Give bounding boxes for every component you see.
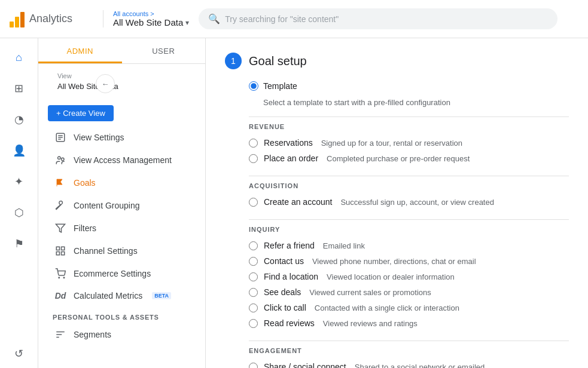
account-breadcrumb: All accounts > xyxy=(113,10,189,17)
reservations-radio[interactable] xyxy=(249,139,258,148)
goal-name: Contact us xyxy=(264,256,304,266)
svg-point-5 xyxy=(62,158,65,161)
svg-point-4 xyxy=(58,157,61,160)
search-bar[interactable]: 🔍 Try searching for "site content" xyxy=(199,8,557,29)
svg-rect-7 xyxy=(56,247,59,250)
goal-name: Refer a friend xyxy=(264,241,315,250)
tab-user[interactable]: USER xyxy=(122,38,206,63)
goal-option-see-deals: See deals Viewed current sales or promot… xyxy=(249,284,569,300)
nav-clock[interactable]: ◔ xyxy=(5,105,33,134)
goal-option-find-location: Find a location Viewed location or deale… xyxy=(249,269,569,284)
goal-name: Read reviews xyxy=(264,318,315,328)
goal-option-place-order: Place an order Completed purchase or pre… xyxy=(249,151,569,166)
template-radio[interactable] xyxy=(249,81,258,91)
sidebar-item-label: Channel Settings xyxy=(74,246,138,256)
search-placeholder: Try searching for "site content" xyxy=(225,14,339,24)
sidebar-item-goals[interactable]: Goals xyxy=(38,171,205,194)
goal-desc: Signed up for a tour, rental or reservat… xyxy=(321,139,462,148)
sidebar-item-label: View Settings xyxy=(74,133,124,142)
find-location-radio[interactable] xyxy=(249,272,258,281)
beta-badge: BETA xyxy=(152,292,171,299)
category-header-inquiry: INQUIRY xyxy=(249,219,569,233)
goal-desc: Shared to a social network or emailed xyxy=(355,363,485,369)
back-button[interactable]: ← xyxy=(96,74,115,93)
sidebar-item-label: Content Grouping xyxy=(74,201,140,210)
category-engagement: ENGAGEMENT Share / social connect Shared… xyxy=(249,341,569,368)
goal-option-share-social: Share / social connect Shared to a socia… xyxy=(249,359,569,368)
filter-icon xyxy=(54,223,66,234)
create-account-radio[interactable] xyxy=(249,198,258,207)
click-to-call-radio[interactable] xyxy=(249,303,258,312)
logo-area: Analytics xyxy=(10,11,93,27)
sidebar-item-view-access[interactable]: View Access Management xyxy=(38,149,205,171)
goal-name: Place an order xyxy=(264,154,318,163)
account-selector[interactable]: All accounts > All Web Site Data ▾ xyxy=(103,10,189,27)
step-circle: 1 xyxy=(225,53,242,69)
sidebar-item-ecommerce[interactable]: Ecommerce Settings xyxy=(38,262,205,285)
logo-icon xyxy=(10,11,25,27)
nav-behavior[interactable]: ⬡ xyxy=(5,198,33,227)
sidebar-item-label: Filters xyxy=(74,223,96,233)
goal-option-read-reviews: Read reviews Viewed reviews and ratings xyxy=(249,315,569,331)
nav-undo[interactable]: ↺ xyxy=(5,339,33,368)
nav-dashboard[interactable]: ⊞ xyxy=(5,74,33,103)
nav-acquisition[interactable]: ✦ xyxy=(5,167,33,196)
goal-option-create-account: Create an account Successful sign up, ac… xyxy=(249,194,569,210)
account-name-row[interactable]: All Web Site Data ▾ xyxy=(113,17,189,27)
nav-audience[interactable]: 👤 xyxy=(5,136,33,165)
sidebar-item-label: Goals xyxy=(74,178,96,188)
sidebar-item-label: Segments xyxy=(74,330,111,339)
template-label: Template xyxy=(263,81,297,91)
flag-icon xyxy=(54,177,66,188)
sidebar-item-content-grouping[interactable]: Content Grouping xyxy=(38,194,205,217)
template-row: Template xyxy=(249,81,569,91)
icon-nav: ⌂ ⊞ ◔ 👤 ✦ ⬡ ⚑ ↺ xyxy=(0,38,38,368)
sidebar-item-channel-settings[interactable]: Channel Settings xyxy=(38,240,205,262)
tab-admin[interactable]: ADMIN xyxy=(38,38,122,63)
tool-icon xyxy=(54,200,66,211)
category-revenue: REVENUE Reservations Signed up for a tou… xyxy=(249,116,569,166)
create-view-area: View All Web Site Data xyxy=(38,64,205,100)
goal-name: Find a location xyxy=(264,272,318,281)
goal-option-refer-friend: Refer a friend Emailed link xyxy=(249,238,569,253)
sidebar-item-filters[interactable]: Filters xyxy=(38,217,205,240)
goal-desc: Viewed reviews and ratings xyxy=(323,319,418,328)
read-reviews-radio[interactable] xyxy=(249,319,258,328)
nav-flag[interactable]: ⚑ xyxy=(5,229,33,258)
goal-name: Reservations xyxy=(264,138,313,148)
svg-rect-10 xyxy=(62,252,65,255)
create-view-button[interactable]: + Create View xyxy=(48,105,114,121)
category-header-engagement: ENGAGEMENT xyxy=(249,341,569,354)
account-name: All Web Site Data xyxy=(113,17,183,27)
sidebar-item-segments[interactable]: Segments xyxy=(38,323,205,346)
view-label: View xyxy=(48,69,196,81)
doc-icon xyxy=(54,132,66,143)
share-social-radio[interactable] xyxy=(249,363,258,369)
sidebar-item-calculated-metrics[interactable]: Dd Calculated Metrics BETA xyxy=(38,285,205,306)
goal-setup-title: Goal setup xyxy=(249,54,307,68)
goal-option-contact-us: Contact us Viewed phone number, directio… xyxy=(249,253,569,269)
refer-friend-radio[interactable] xyxy=(249,241,258,250)
cart-icon xyxy=(54,268,66,279)
main-content: 1 Goal setup Template Select a template … xyxy=(206,38,588,368)
svg-marker-6 xyxy=(56,224,65,232)
category-header-acquisition: ACQUISITION xyxy=(249,176,569,189)
place-order-radio[interactable] xyxy=(249,154,258,163)
dd-icon: Dd xyxy=(54,291,66,300)
goal-setup-header: 1 Goal setup xyxy=(225,53,569,69)
grid-icon xyxy=(54,246,66,256)
sidebar-item-label: Ecommerce Settings xyxy=(74,269,151,278)
svg-point-12 xyxy=(63,277,65,278)
sidebar-item-label: View Access Management xyxy=(74,155,172,165)
goal-desc: Successful sign up, account, or view cre… xyxy=(340,198,494,207)
sidebar-item-view-settings[interactable]: View Settings xyxy=(38,126,205,149)
all-accounts-link[interactable]: All accounts > xyxy=(113,10,154,17)
goal-name: See deals xyxy=(264,287,301,297)
see-deals-radio[interactable] xyxy=(249,288,258,297)
svg-rect-8 xyxy=(62,247,65,250)
sidebar-tabs: ADMIN USER xyxy=(38,38,205,64)
nav-home[interactable]: ⌂ xyxy=(5,43,33,72)
header: Analytics All accounts > All Web Site Da… xyxy=(0,0,588,38)
contact-us-radio[interactable] xyxy=(249,257,258,266)
svg-point-11 xyxy=(59,277,60,278)
